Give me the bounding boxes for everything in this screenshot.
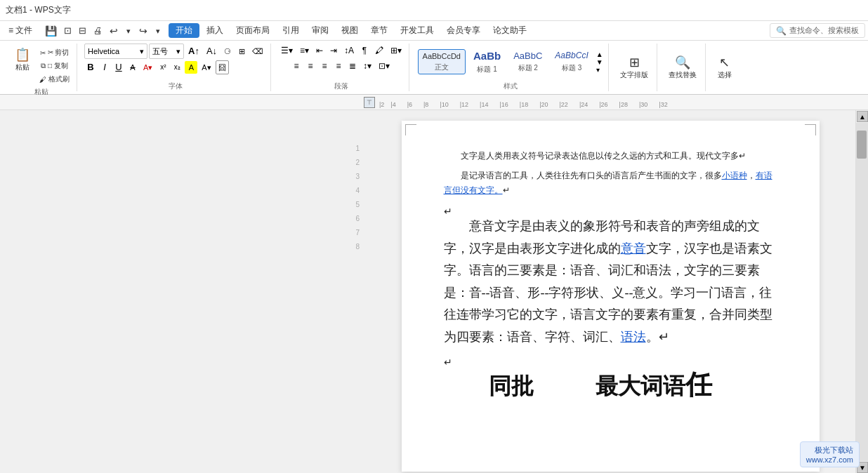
paragraph-heading[interactable]: 同批 最大词语任 [444,366,777,404]
bold-button[interactable]: B [84,60,97,74]
toolbar-redo[interactable]: ↪ [136,24,150,38]
line-spacing-button[interactable]: ↕▾ [360,59,374,73]
border2-button[interactable]: ⊡▾ [376,59,393,73]
font-shrink-button[interactable]: A↓ [204,44,220,58]
ribbon-content: 📋 粘贴 ✂ ✂ 剪切 ⧉ □ 复制 🖌 [0,41,868,94]
char-border-button[interactable]: 囧 [216,60,229,74]
style-heading1[interactable]: AaBb 标题 1 [468,47,506,76]
ruler-indent[interactable]: ⊤ [364,97,375,108]
distrib-button[interactable]: ≣ [346,59,359,73]
document-page[interactable]: 文字是人类用表义符号记录表达信息以传之久远的方式和工具。现代文字多↵ 是记录语言… [402,121,820,472]
italic-button[interactable]: I [98,60,111,74]
clear-format-button[interactable]: ⌫ [249,44,266,58]
toolbar-template[interactable]: ⊡ [61,24,74,38]
style-heading2[interactable]: AaBbC 标题 2 [508,48,547,76]
search-icon: 🔍 [776,26,787,36]
ribbon: 📋 粘贴 ✂ ✂ 剪切 ⧉ □ 复制 🖌 [0,41,868,95]
toolbar-save[interactable]: 💾 [42,24,60,38]
font-grow-button[interactable]: A↑ [185,44,202,58]
select-button[interactable]: ↖ 选择 [714,52,736,83]
scroll-track[interactable] [856,123,868,461]
phonetic-button[interactable]: ⚆ [221,44,234,58]
scroll-thumb[interactable] [857,131,867,159]
menu-file[interactable]: ≡ 文件 [3,22,38,39]
menu-review[interactable]: 审阅 [306,22,334,39]
scrollbar-area[interactable]: ▲ ▼ [855,110,868,473]
border-char-button[interactable]: ⊞ [235,44,248,58]
menu-start[interactable]: 开始 [169,23,199,38]
link-yiyin[interactable]: 意音 [621,241,646,255]
text-color-button[interactable]: A▾ [199,60,213,74]
superscript-button[interactable]: x² [157,60,169,74]
align-right-button[interactable]: ≡ [318,59,331,73]
highlight-button[interactable]: A [185,61,197,74]
toolbar-undo[interactable]: ↩ [107,24,121,38]
copy-button[interactable]: ⧉ □ 复制 [37,60,72,72]
main-area: 1 2 3 4 5 6 7 8 文字是人类用表义符号记录表达信息以传之久远的方式… [0,110,868,473]
align-center-button[interactable]: ≡ [304,59,317,73]
menu-layout[interactable]: 页面布局 [230,22,275,39]
sort-button[interactable]: ↕A [341,44,357,58]
scroll-up-button[interactable]: ▲ [857,111,868,122]
para-setting-button[interactable]: ¶ [358,44,371,58]
paragraph-1[interactable]: 文字是人类用表义符号记录表达信息以传之久远的方式和工具。现代文字多↵ [444,149,777,163]
styles-expand[interactable]: ▾ [596,66,603,74]
font-name-selector[interactable]: Helvetica ▾ [84,44,147,59]
search-command[interactable]: 🔍 查找命令、搜索模板 [770,23,865,38]
clipboard-group: 📋 粘贴 ✂ ✂ 剪切 ⧉ □ 复制 🖌 [6,44,77,91]
styles-down[interactable]: ▼ [596,58,603,66]
document-area[interactable]: 文字是人类用表义符号记录表达信息以传之久远的方式和工具。现代文字多↵ 是记录语言… [365,110,855,473]
menu-vip[interactable]: 会员专享 [441,22,486,39]
indent-decrease-button[interactable]: ⇤ [313,44,326,58]
link-xiaoyuzhong[interactable]: 小语种 [722,171,747,180]
toolbar-print[interactable]: 🖨 [91,24,105,38]
align-justify-button[interactable]: ≡ [332,59,345,73]
link-yufa[interactable]: 语法 [621,330,646,344]
find-replace-button[interactable]: 🔍 查找替换 [664,52,701,83]
list-bullet-button[interactable]: ☰▾ [278,44,296,58]
left-margin: 1 2 3 4 5 6 7 8 [0,110,365,473]
page-corner-tr [805,124,816,135]
menu-view[interactable]: 视图 [336,22,364,39]
border-button[interactable]: ⊞▾ [388,44,405,58]
subscript-button[interactable]: x₂ [171,60,183,74]
format-painter-button[interactable]: 🖌 格式刷 [37,73,72,86]
text-layout-icon: ⊞ [629,55,640,70]
styles-up[interactable]: ▲ [596,51,603,58]
list-number-button[interactable]: ≡▾ [297,44,312,58]
paragraph-4[interactable]: 意音文字是由表义的象形符号和表音的声旁组成的文字，汉字是由表形文字进化成的意音文… [444,215,777,348]
menu-insert[interactable]: 插入 [201,22,229,39]
styles-group: AaBbCcDd 正文 AaBb 标题 1 AaBbC 标题 2 AaBbCcI… [412,44,609,91]
paste-button[interactable]: 📋 粘贴 [10,44,35,77]
align-left-button[interactable]: ≡ [290,59,303,73]
menu-devtools[interactable]: 开发工具 [395,22,440,39]
styles-scroll[interactable]: ▲ ▼ ▾ [596,51,603,74]
indent-increase-button[interactable]: ⇥ [327,44,340,58]
text-layout-button[interactable]: ⊞ 文字排版 [616,52,652,83]
underline-button[interactable]: U [112,60,125,74]
paragraph-2[interactable]: 是记录语言的工具，人类往往先有口头的语言后产生书面的文字，很多小语种，有语言但没… [444,168,777,197]
font-color-button[interactable]: A▾ [140,60,155,74]
toolbar-undo2[interactable]: ▾ [122,24,135,38]
style-heading3[interactable]: AaBbCcI 标题 3 [550,48,593,75]
menu-reference[interactable]: 引用 [277,22,305,39]
style-normal[interactable]: AaBbCcDd 正文 [418,49,466,74]
paragraph-group: ☰▾ ≡▾ ⇤ ⇥ ↕A ¶ 🖍 ⊞▾ ≡ ≡ ≡ ≡ ≣ ↕▾ ⊡▾ [274,44,409,91]
toolbar-save2[interactable]: ⊟ [76,24,89,38]
select-content: ↖ 选择 [714,44,736,91]
menu-chapter[interactable]: 章节 [365,22,393,39]
strikethrough-button[interactable]: A [126,60,139,74]
text-layout-content: ⊞ 文字排版 [616,44,652,91]
para-row1: ☰▾ ≡▾ ⇤ ⇥ ↕A ¶ 🖍 ⊞▾ [278,44,405,58]
find-replace-group: 🔍 查找替换 [660,44,706,91]
menu-helper[interactable]: 论文助手 [487,22,532,39]
para-group-content: ☰▾ ≡▾ ⇤ ⇥ ↕A ¶ 🖍 ⊞▾ ≡ ≡ ≡ ≡ ≣ ↕▾ ⊡▾ [278,44,405,80]
cut-button[interactable]: ✂ ✂ 剪切 [37,46,72,59]
ruler-content: ⊤ |2 |4 |6 |8 |10 |12 |14 |16 |18 |20 |2… [0,101,868,108]
find-replace-content: 🔍 查找替换 [664,44,701,91]
font-row2: B I U A A▾ x² x₂ A A▾ 囧 [84,60,229,74]
toolbar-redo2[interactable]: ▾ [152,24,164,38]
shading-button[interactable]: 🖍 [372,44,386,58]
font-size-selector[interactable]: 五号 ▾ [149,44,184,59]
select-icon: ↖ [719,55,730,70]
